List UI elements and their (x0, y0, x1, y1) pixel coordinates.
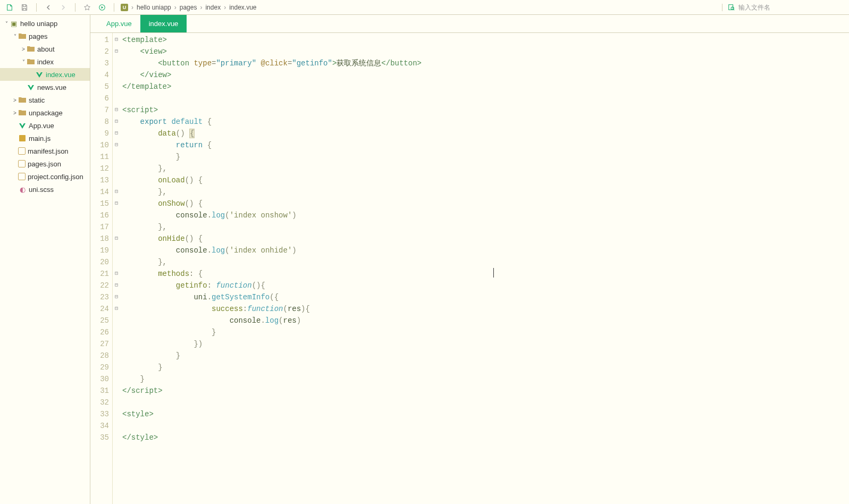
breadcrumb-item[interactable]: index.vue (229, 4, 256, 11)
tree-item-main-js[interactable]: main.js (0, 132, 90, 145)
js-icon (18, 134, 27, 142)
code-content[interactable]: <template> <view> <button type="primary"… (120, 33, 849, 504)
text-cursor (493, 268, 494, 278)
separator (36, 3, 37, 12)
vue-icon (18, 121, 27, 130)
search-icon[interactable] (728, 4, 735, 11)
tree-label: news.vue (37, 83, 66, 91)
vue-icon (27, 83, 35, 91)
project-icon: U (121, 4, 128, 11)
file-explorer: ˅ ▣ hello uniapp ˅pages>about˅indexindex… (0, 15, 90, 504)
tree-item-static[interactable]: >static (0, 94, 90, 106)
tree-item-project-config-json[interactable]: project.config.json (0, 170, 90, 183)
chevron-down-icon: ˅ (12, 33, 18, 39)
fold-column[interactable]: ⊟⊟⊟⊟⊟⊟⊟⊟⊟⊟⊟⊟⊟ (113, 33, 120, 504)
breadcrumb-item[interactable]: index (205, 4, 221, 11)
folder-icon (18, 96, 27, 104)
vue-icon (35, 70, 44, 79)
breadcrumb-item[interactable]: hello uniapp (137, 4, 171, 11)
tree-item-pages-json[interactable]: pages.json (0, 157, 90, 170)
chevron-right-icon: > (20, 46, 27, 52)
tree-label: main.js (29, 135, 51, 142)
search-input[interactable] (738, 4, 845, 11)
search-box (722, 4, 845, 11)
chevron-down-icon: ˅ (20, 59, 27, 65)
tree-item-news-vue[interactable]: news.vue (0, 81, 90, 94)
chevron-right-icon: › (200, 4, 202, 11)
tree-label: index.vue (46, 71, 75, 79)
chevron-right-icon: > (12, 110, 18, 116)
tree-label: pages (29, 32, 47, 40)
tree-label: manifest.json (28, 147, 69, 155)
chevron-right-icon: › (224, 4, 226, 11)
editor: App.vueindex.vue 12345678910111213141516… (90, 15, 849, 504)
forward-icon[interactable] (58, 2, 69, 13)
tree-item-unpackage[interactable]: >unpackage (0, 106, 90, 119)
star-icon[interactable] (82, 2, 93, 13)
tree-label: uni.scss (29, 186, 54, 194)
tab-bar: App.vueindex.vue (90, 15, 849, 33)
tab-App-vue[interactable]: App.vue (98, 15, 140, 32)
folder-icon (18, 108, 27, 117)
tree-label: project.config.json (28, 173, 83, 181)
tree-label: about (37, 45, 55, 53)
back-icon[interactable] (43, 2, 54, 13)
tree-item-pages[interactable]: ˅pages (0, 30, 90, 43)
separator (75, 3, 75, 12)
save-icon[interactable] (19, 2, 30, 13)
tree-item-uni-scss[interactable]: ◐uni.scss (0, 183, 90, 196)
tree-item-App-vue[interactable]: App.vue (0, 119, 90, 132)
tree-label: App.vue (29, 122, 54, 130)
toolbar: U › hello uniapp › pages › index › index… (0, 0, 849, 15)
folder-icon (18, 32, 27, 40)
json-icon (18, 147, 26, 155)
tree-item-about[interactable]: >about (0, 43, 90, 55)
new-file-icon[interactable] (4, 2, 15, 13)
tree-root[interactable]: ˅ ▣ hello uniapp (0, 17, 90, 30)
json-icon (18, 173, 26, 180)
folder-icon (27, 45, 35, 53)
folder-icon (27, 57, 35, 66)
play-icon[interactable] (97, 2, 107, 13)
svg-rect-3 (19, 135, 26, 141)
chevron-right-icon: > (12, 97, 18, 103)
tree-label: hello uniapp (20, 20, 57, 28)
project-icon: ▣ (10, 19, 18, 28)
tree-label: static (29, 96, 45, 104)
scss-icon: ◐ (18, 185, 27, 194)
tab-index-vue[interactable]: index.vue (140, 15, 187, 32)
line-numbers: 1234567891011121314151617181920212223242… (90, 33, 113, 504)
tree-item-manifest-json[interactable]: manifest.json (0, 145, 90, 157)
chevron-right-icon: › (131, 4, 133, 11)
chevron-down-icon: ˅ (3, 21, 10, 27)
tree-item-index-vue[interactable]: index.vue (0, 68, 90, 81)
breadcrumb[interactable]: U › hello uniapp › pages › index › index… (121, 4, 257, 11)
separator (114, 3, 114, 12)
breadcrumb-item[interactable]: pages (180, 4, 197, 11)
code-editor[interactable]: 1234567891011121314151617181920212223242… (90, 33, 849, 504)
json-icon (18, 160, 26, 167)
tree-label: unpackage (29, 109, 63, 117)
tree-label: pages.json (28, 160, 61, 168)
tree-item-index[interactable]: ˅index (0, 55, 90, 68)
chevron-right-icon: › (174, 4, 176, 11)
tree-label: index (37, 58, 54, 66)
